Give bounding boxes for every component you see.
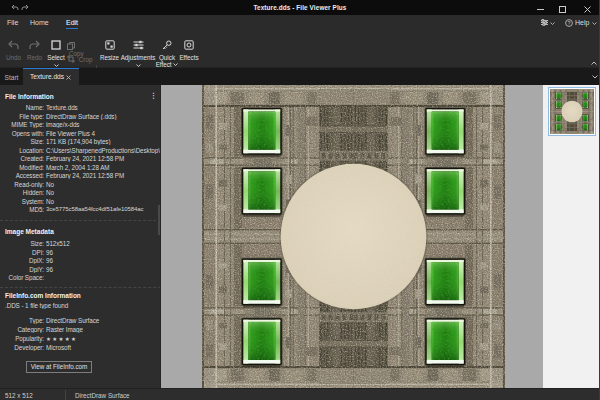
svg-text:?: ? (568, 19, 571, 25)
